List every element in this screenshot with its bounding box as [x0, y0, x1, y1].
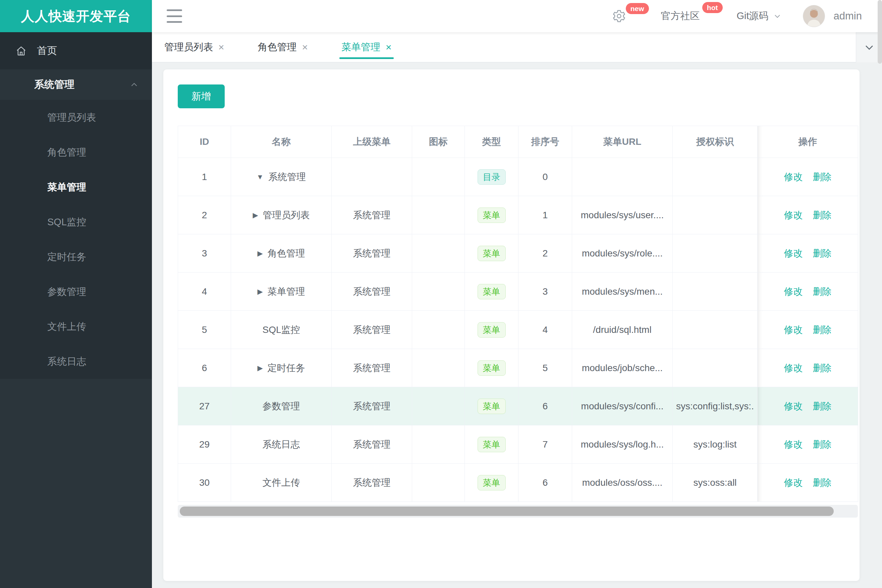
delete-link[interactable]: 删除 — [813, 286, 832, 297]
settings-button[interactable]: new — [612, 9, 640, 23]
cell-perms — [673, 349, 757, 387]
cell-perms — [673, 273, 757, 311]
sidebar-toggle-button[interactable] — [167, 9, 182, 23]
cell-icon — [412, 349, 465, 387]
tab-close-icon[interactable]: × — [218, 42, 224, 53]
cell-id: 30 — [178, 464, 231, 502]
expand-arrow-icon[interactable]: ▶ — [252, 211, 258, 219]
edit-link[interactable]: 修改 — [784, 286, 803, 297]
cell-parent-menu: 系统管理 — [332, 349, 412, 387]
edit-link[interactable]: 修改 — [784, 401, 803, 411]
cell-name: 参数管理 — [231, 387, 332, 425]
sidebar-item-role-mgmt[interactable]: 角色管理 — [0, 135, 152, 170]
header-right: new 官方社区 hot Git源码 — [612, 5, 862, 27]
browser-scrollbar-thumb[interactable] — [877, 0, 882, 64]
user-menu[interactable]: admin — [803, 5, 862, 27]
cell-id: 2 — [178, 196, 231, 234]
cell-url: modules/job/sche... — [572, 349, 673, 387]
type-badge: 菜单 — [478, 284, 506, 299]
menu-name: 系统管理 — [268, 171, 306, 183]
menu-name: 系统日志 — [263, 438, 300, 451]
cell-parent-menu: 系统管理 — [332, 311, 412, 349]
content-area: 新增 ID名称上级菜单图标类型排序号菜单URL授权标识操作 1▼系统管理目录0修… — [152, 62, 882, 588]
sidebar-item-file-upload[interactable]: 文件上传 — [0, 309, 152, 344]
edit-link[interactable]: 修改 — [784, 363, 803, 373]
expand-arrow-icon[interactable]: ▶ — [257, 364, 263, 372]
cell-icon — [412, 387, 465, 425]
type-badge: 菜单 — [478, 437, 506, 452]
cell-actions: 修改删除 — [757, 387, 858, 425]
cell-sort: 5 — [518, 349, 572, 387]
edit-link[interactable]: 修改 — [784, 172, 803, 182]
edit-link[interactable]: 修改 — [784, 477, 803, 488]
cell-perms — [673, 311, 757, 349]
avatar — [803, 5, 825, 27]
delete-link[interactable]: 删除 — [813, 477, 832, 488]
horizontal-scrollbar-track — [178, 505, 858, 518]
new-badge: new — [626, 3, 649, 14]
expand-arrow-icon[interactable]: ▶ — [257, 249, 263, 258]
sidebar-item-home[interactable]: 首页 — [0, 32, 152, 69]
sidebar-group-system[interactable]: 系统管理 — [0, 69, 152, 100]
table-row: 1▼系统管理目录0修改删除 — [178, 158, 858, 196]
sidebar-submenu: 管理员列表角色管理菜单管理SQL监控定时任务参数管理文件上传系统日志 — [0, 100, 152, 379]
delete-link[interactable]: 删除 — [813, 401, 832, 411]
tab-close-icon[interactable]: × — [386, 42, 392, 53]
delete-link[interactable]: 删除 — [813, 324, 832, 335]
edit-link[interactable]: 修改 — [784, 439, 803, 450]
cell-type: 菜单 — [465, 464, 518, 502]
cell-parent-menu: 系统管理 — [332, 273, 412, 311]
delete-link[interactable]: 删除 — [813, 363, 832, 373]
column-header: 排序号 — [518, 126, 572, 158]
cell-id: 29 — [178, 425, 231, 464]
expand-arrow-icon[interactable]: ▶ — [257, 288, 263, 296]
cell-actions: 修改删除 — [757, 273, 858, 311]
sidebar-item-param-mgmt[interactable]: 参数管理 — [0, 274, 152, 309]
cell-type: 菜单 — [465, 425, 518, 464]
cell-parent-menu — [332, 158, 412, 196]
sidebar-item-menu-mgmt[interactable]: 菜单管理 — [0, 170, 152, 204]
menu-name: SQL监控 — [262, 324, 300, 336]
edit-link[interactable]: 修改 — [784, 210, 803, 220]
cell-url: modules/sys/confi... — [572, 387, 673, 425]
community-link[interactable]: 官方社区 hot — [661, 9, 715, 23]
edit-link[interactable]: 修改 — [784, 324, 803, 335]
delete-link[interactable]: 删除 — [813, 439, 832, 450]
table-row: 2▶管理员列表系统管理菜单1modules/sys/user....修改删除 — [178, 196, 858, 234]
tab-menu-mgmt[interactable]: 菜单管理× — [338, 32, 395, 62]
edit-link[interactable]: 修改 — [784, 248, 803, 258]
collapse-arrow-icon[interactable]: ▼ — [257, 173, 264, 181]
type-badge: 菜单 — [478, 246, 506, 261]
git-source-link[interactable]: Git源码 — [737, 9, 781, 23]
tab-admin-list[interactable]: 管理员列表× — [161, 32, 228, 62]
cell-actions: 修改删除 — [757, 425, 858, 464]
git-source-label: Git源码 — [737, 9, 769, 23]
cell-id: 27 — [178, 387, 231, 425]
menu-name: 文件上传 — [263, 476, 300, 489]
sidebar-item-sql-monitor[interactable]: SQL监控 — [0, 204, 152, 239]
menu-name: 菜单管理 — [267, 285, 305, 298]
cell-name: 系统日志 — [231, 425, 332, 464]
sidebar-item-system-log[interactable]: 系统日志 — [0, 344, 152, 379]
sidebar-item-scheduled-tasks[interactable]: 定时任务 — [0, 239, 152, 274]
menu-table: ID名称上级菜单图标类型排序号菜单URL授权标识操作 1▼系统管理目录0修改删除… — [178, 126, 858, 502]
horizontal-scrollbar-thumb[interactable] — [180, 507, 834, 516]
delete-link[interactable]: 删除 — [813, 172, 832, 182]
cell-perms — [673, 234, 757, 273]
cell-sort: 3 — [518, 273, 572, 311]
sidebar-item-admin-list[interactable]: 管理员列表 — [0, 100, 152, 135]
sidebar-home-label: 首页 — [37, 44, 57, 58]
cell-parent-menu: 系统管理 — [332, 196, 412, 234]
delete-link[interactable]: 删除 — [813, 210, 832, 220]
delete-link[interactable]: 删除 — [813, 248, 832, 258]
menu-name: 定时任务 — [267, 362, 305, 375]
add-button[interactable]: 新增 — [178, 84, 225, 108]
cell-id: 4 — [178, 273, 231, 311]
cell-url: modules/sys/role.... — [572, 234, 673, 273]
main-area: 管理员列表×角色管理×菜单管理× 新增 ID名称上级菜单图标类型排序号菜单URL… — [152, 32, 882, 588]
tab-role-mgmt[interactable]: 角色管理× — [254, 32, 311, 62]
type-badge: 目录 — [478, 169, 506, 185]
cell-sort: 6 — [518, 387, 572, 425]
tab-close-icon[interactable]: × — [302, 42, 308, 53]
cell-perms — [673, 158, 757, 196]
